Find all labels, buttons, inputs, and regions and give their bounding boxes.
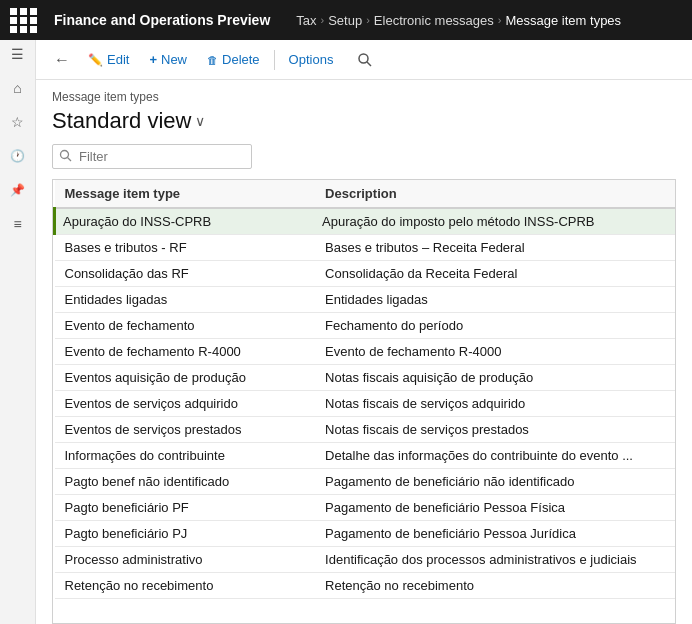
table-row[interactable]: Eventos aquisição de produção Notas fisc… — [55, 365, 676, 391]
col-header-type: Message item type — [55, 180, 316, 208]
table-header: Message item type Description — [55, 180, 676, 208]
cell-description: Entidades ligadas — [315, 287, 675, 313]
breadcrumb-sep-3: › — [498, 14, 502, 26]
edit-icon: ✏️ — [88, 53, 103, 67]
cell-description: Consolidação da Receita Federal — [315, 261, 675, 287]
cell-type: Eventos de serviços prestados — [55, 417, 316, 443]
table-row[interactable]: Pagto beneficiário PF Pagamento de benef… — [55, 495, 676, 521]
main-content: ← ✏️ Edit + New 🗑 Delete Options — [36, 40, 692, 624]
toolbar: ← ✏️ Edit + New 🗑 Delete Options — [36, 40, 692, 80]
edit-button[interactable]: ✏️ Edit — [80, 49, 137, 70]
search-icon[interactable] — [353, 48, 377, 72]
cell-type: Retenção no recebimento — [55, 573, 316, 599]
delete-icon: 🗑 — [207, 54, 218, 66]
chevron-down-icon[interactable]: ∨ — [195, 113, 205, 129]
cell-description: Identificação dos processos administrati… — [315, 547, 675, 573]
cell-description: Notas fiscais de serviços adquirido — [315, 391, 675, 417]
table-row[interactable]: Retenção no recebimento Retenção no rece… — [55, 573, 676, 599]
table-row[interactable]: Pagto benef não identificado Pagamento d… — [55, 469, 676, 495]
cell-type: Bases e tributos - RF — [55, 235, 316, 261]
waffle-icon[interactable] — [10, 8, 38, 33]
cell-type: Evento de fechamento R-4000 — [55, 339, 316, 365]
back-button[interactable]: ← — [48, 48, 76, 72]
filter-input[interactable] — [52, 144, 252, 169]
toolbar-divider — [274, 50, 275, 70]
cell-type: Informações do contribuinte — [55, 443, 316, 469]
table-row[interactable]: Eventos de serviços adquirido Notas fisc… — [55, 391, 676, 417]
cell-description: Fechamento do período — [315, 313, 675, 339]
cell-description: Notas fiscais aquisição de produção — [315, 365, 675, 391]
options-button[interactable]: Options — [281, 49, 342, 70]
table-row[interactable]: Evento de fechamento R-4000 Evento de fe… — [55, 339, 676, 365]
hamburger-icon[interactable]: ☰ — [8, 44, 28, 64]
table-row[interactable]: Bases e tributos - RF Bases e tributos –… — [55, 235, 676, 261]
cell-description: Pagamento de beneficiário Pessoa Física — [315, 495, 675, 521]
breadcrumb-sep-1: › — [321, 14, 325, 26]
cell-type: Pagto benef não identificado — [55, 469, 316, 495]
app-title: Finance and Operations Preview — [54, 12, 270, 28]
table-row[interactable]: Consolidação das RF Consolidação da Rece… — [55, 261, 676, 287]
cell-type: Eventos de serviços adquirido — [55, 391, 316, 417]
cell-type: Apuração do INSS-CPRB — [55, 208, 316, 235]
filter-wrap — [52, 144, 252, 169]
col-header-description: Description — [315, 180, 675, 208]
table-row[interactable]: Informações do contribuinte Detalhe das … — [55, 443, 676, 469]
table-row[interactable]: Processo administrativo Identificação do… — [55, 547, 676, 573]
breadcrumb-message-item-types: Message item types — [505, 13, 621, 28]
table-row[interactable]: Eventos de serviços prestados Notas fisc… — [55, 417, 676, 443]
cell-description: Notas fiscais de serviços prestados — [315, 417, 675, 443]
cell-type: Processo administrativo — [55, 547, 316, 573]
svg-line-3 — [68, 157, 72, 161]
cell-description: Detalhe das informações do contribuinte … — [315, 443, 675, 469]
breadcrumb-tax[interactable]: Tax — [296, 13, 316, 28]
top-bar: Finance and Operations Preview Tax › Set… — [0, 0, 692, 40]
cell-type: Pagto beneficiário PJ — [55, 521, 316, 547]
content-area: Message item types Standard view ∨ — [36, 80, 692, 624]
svg-point-2 — [61, 150, 69, 158]
cell-description: Bases e tributos – Receita Federal — [315, 235, 675, 261]
page-title: Standard view ∨ — [52, 108, 676, 134]
cell-type: Consolidação das RF — [55, 261, 316, 287]
svg-line-1 — [367, 62, 371, 66]
breadcrumb-sep-2: › — [366, 14, 370, 26]
data-table: Message item type Description Apuração d… — [52, 179, 676, 624]
home-icon[interactable]: ⌂ — [8, 78, 28, 98]
table-row[interactable]: Pagto beneficiário PJ Pagamento de benef… — [55, 521, 676, 547]
content-breadcrumb: Message item types — [52, 90, 676, 104]
clock-icon[interactable]: 🕐 — [8, 146, 28, 166]
list-icon[interactable]: ≡ — [8, 214, 28, 234]
sidebar: ☰ ⌂ ☆ 🕐 📌 ≡ — [0, 40, 36, 624]
cell-description: Retenção no recebimento — [315, 573, 675, 599]
cell-description: Pagamento de beneficiário Pessoa Jurídic… — [315, 521, 675, 547]
cell-description: Apuração do imposto pelo método INSS-CPR… — [315, 208, 675, 235]
breadcrumb-electronic-messages[interactable]: Electronic messages — [374, 13, 494, 28]
svg-point-0 — [359, 54, 368, 63]
pin-icon[interactable]: 📌 — [8, 180, 28, 200]
cell-type: Pagto beneficiário PF — [55, 495, 316, 521]
cell-description: Pagamento de beneficiário não identifica… — [315, 469, 675, 495]
new-button[interactable]: + New — [141, 49, 195, 70]
cell-type: Entidades ligadas — [55, 287, 316, 313]
breadcrumb-setup[interactable]: Setup — [328, 13, 362, 28]
breadcrumb: Tax › Setup › Electronic messages › Mess… — [296, 13, 621, 28]
cell-type: Evento de fechamento — [55, 313, 316, 339]
table-row[interactable]: Entidades ligadas Entidades ligadas — [55, 287, 676, 313]
cell-description: Evento de fechamento R-4000 — [315, 339, 675, 365]
cell-type: Eventos aquisição de produção — [55, 365, 316, 391]
table-row[interactable]: Evento de fechamento Fechamento do perío… — [55, 313, 676, 339]
delete-button[interactable]: 🗑 Delete — [199, 49, 268, 70]
filter-search-icon — [59, 149, 72, 165]
star-icon[interactable]: ☆ — [8, 112, 28, 132]
table-row[interactable]: Apuração do INSS-CPRB Apuração do impost… — [55, 208, 676, 235]
new-icon: + — [149, 52, 157, 67]
